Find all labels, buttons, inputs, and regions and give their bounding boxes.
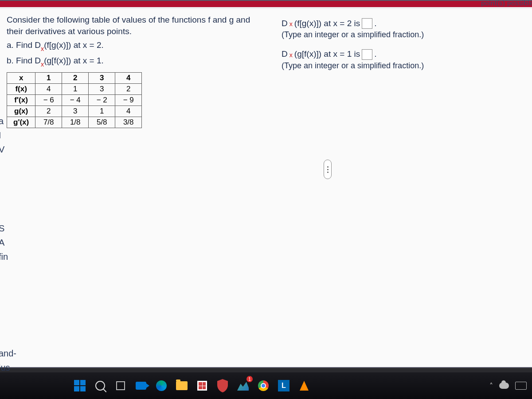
shield-icon <box>215 378 231 394</box>
cloud-icon[interactable] <box>499 383 509 389</box>
folder-icon <box>176 381 188 390</box>
store-button[interactable] <box>194 378 210 394</box>
mail-button[interactable]: 1 <box>235 378 251 394</box>
search-icon <box>95 381 105 391</box>
th-x: x <box>7 73 35 84</box>
search-button[interactable] <box>92 378 108 394</box>
table-header-row: x 1 2 3 4 <box>7 73 142 84</box>
answer-1-hint: (Type an integer or a simplified fractio… <box>282 30 525 39</box>
vlc-button[interactable] <box>296 378 312 394</box>
camera-icon <box>136 382 146 390</box>
notification-badge: 1 <box>246 376 253 382</box>
answer-column: Dx(f[g(x)]) at x = 2 is . (Type an integ… <box>282 14 525 128</box>
app-l-button[interactable]: L <box>276 378 292 394</box>
content-area: Consider the following table of values o… <box>0 9 532 367</box>
problem-column: Consider the following table of values o… <box>7 14 255 128</box>
task-view-button[interactable] <box>113 378 129 394</box>
security-button[interactable] <box>215 378 231 394</box>
file-explorer-button[interactable] <box>174 378 190 394</box>
bird-icon <box>237 381 249 391</box>
header-bar: point(s) possible <box>0 1 532 7</box>
l-icon: L <box>278 380 289 391</box>
answer-2-input[interactable] <box>362 49 372 60</box>
answer-1-line: Dx(f[g(x)]) at x = 2 is . <box>282 17 525 30</box>
values-table: x 1 2 3 4 f(x) 4 1 3 2 f'(x) <box>7 72 142 128</box>
chrome-button[interactable] <box>255 378 271 394</box>
answer-1-input[interactable] <box>362 18 372 29</box>
vlc-cone-icon <box>300 381 309 391</box>
tray-overflow-button[interactable]: ˄ <box>489 382 493 390</box>
left-edge-fragments: a I V S A fin and- lus <box>0 115 16 376</box>
camera-app-button[interactable] <box>133 378 149 394</box>
table-row: g(x) 2 3 1 4 <box>7 106 142 117</box>
part-b: b. Find Dx(g[f(x)]) at x = 1. <box>7 55 255 68</box>
edge-icon <box>156 380 167 391</box>
task-view-icon <box>116 381 125 390</box>
answer-2-line: Dx(g[f(x)]) at x = 1 is . <box>282 47 525 61</box>
expand-handle[interactable] <box>324 160 332 179</box>
store-icon <box>197 381 207 391</box>
app-window: point(s) possible Consider the following… <box>0 0 532 368</box>
table-row: g'(x) 7/8 1/8 5/8 3/8 <box>7 117 142 128</box>
chrome-icon <box>258 380 269 391</box>
start-button[interactable] <box>72 378 88 394</box>
answer-2-hint: (Type an integer or a simplified fractio… <box>282 61 525 70</box>
touch-keyboard-icon[interactable] <box>515 382 527 390</box>
table-row: f'(x) − 6 − 4 − 2 − 9 <box>7 95 142 106</box>
points-text: point(s) possible <box>481 0 532 7</box>
windows-taskbar: 1 L ˄ <box>0 372 532 399</box>
windows-logo-icon <box>74 380 86 391</box>
problem-intro: Consider the following table of values o… <box>7 14 255 37</box>
edge-button[interactable] <box>153 378 169 394</box>
part-a: a. Find Dx(f[g(x)]) at x = 2. <box>7 39 255 52</box>
table-row: f(x) 4 1 3 2 <box>7 84 142 95</box>
system-tray: ˄ <box>489 382 527 390</box>
